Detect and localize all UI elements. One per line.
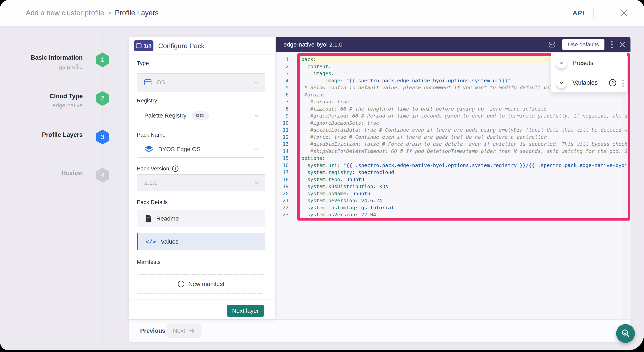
chevron-down-icon (559, 80, 564, 85)
step-number-badge[interactable]: 1 (96, 53, 109, 67)
wizard-footer: Previous Next (129, 320, 630, 342)
line-number: 16 (276, 162, 296, 169)
type-select[interactable]: OS (137, 73, 265, 92)
code-line[interactable]: 14 #skipWaitForDeleteTimeout: 60 # If po… (276, 148, 628, 155)
code-line[interactable]: 21 system.peVersion: v4.6.24 (276, 197, 628, 204)
window-icon (136, 43, 142, 48)
code-line[interactable]: 10 #ignoreDaemonSets: true (276, 120, 628, 127)
line-number: 10 (276, 120, 296, 127)
line-number: 3 (276, 70, 296, 77)
stepper-rail (102, 26, 103, 350)
line-number: 13 (276, 141, 296, 148)
type-label: Type (137, 60, 149, 67)
breadcrumb-parent-link[interactable]: Add a new cluster profile (26, 9, 104, 17)
use-defaults-button[interactable]: Use defaults (562, 39, 604, 50)
form-bottom-divider (129, 299, 275, 299)
code-line[interactable]: 11 #deleteLocalData: true # Continue eve… (276, 127, 628, 134)
next-button[interactable]: Next (167, 323, 201, 338)
pack-name-select[interactable]: BYOS Edge OS (137, 141, 265, 158)
chevron-down-icon (253, 79, 260, 86)
code-line[interactable]: 7 #cordon: true (276, 98, 628, 105)
previous-button[interactable]: Previous (140, 320, 165, 342)
variables-expand-button[interactable] (556, 77, 567, 88)
topbar-divider (593, 8, 594, 18)
code-line[interactable]: 23 system.osVersion: 22.04 (276, 211, 628, 218)
code-line[interactable]: 12 #force: true # Continue even if there… (276, 134, 628, 141)
code-line[interactable]: 19 system.k8sDistribution: k3s (276, 183, 628, 190)
info-icon[interactable] (172, 165, 179, 172)
code-icon: </> (146, 238, 156, 245)
presets-expand-button[interactable] (556, 58, 567, 68)
variables-menu-icon[interactable] (622, 79, 624, 88)
code-line[interactable]: 9 #gracePeriod: 60 # Period of time in s… (276, 112, 628, 120)
line-number: 17 (276, 169, 296, 176)
next-layer-button[interactable]: Next layer (227, 305, 264, 317)
manifests-label: Manifests (137, 259, 160, 265)
presets-section[interactable]: Presets (551, 53, 627, 73)
search-fab-button[interactable] (616, 324, 635, 343)
screenshot-stage: Add a new cluster profile > Profile Laye… (0, 0, 644, 352)
code-line[interactable]: 22 system.customTag: gs-tutorial (276, 204, 628, 211)
yaml-editor: edge-native-byoi 2.1.0 Use defaults 1pac… (276, 37, 630, 319)
compare-icon[interactable] (548, 40, 556, 49)
line-number: 11 (276, 127, 296, 134)
breadcrumb: Add a new cluster profile > Profile Laye… (26, 0, 158, 26)
line-number: 21 (276, 197, 296, 204)
registry-value: Palette Registry (144, 112, 186, 119)
step-number-badge[interactable]: 2 (96, 91, 109, 106)
chevron-down-icon (253, 179, 260, 186)
code-line[interactable]: 18 system.repo: ubuntu (276, 176, 628, 183)
line-number: 9 (276, 112, 296, 120)
configure-pack-header: 1/3 Configure Pack (129, 37, 275, 55)
oci-badge: OCI (192, 111, 209, 120)
chevron-down-icon (559, 61, 564, 66)
step-subtitle: edge-native (0, 102, 83, 109)
presets-label: Presets (572, 53, 593, 73)
step-number-badge[interactable]: 4 (96, 168, 109, 183)
chevron-down-icon (253, 146, 260, 153)
readme-tab-label: Readme (156, 215, 179, 222)
editor-close-icon[interactable] (619, 42, 625, 48)
registry-label: Registry (137, 98, 157, 104)
editor-menu-icon[interactable] (610, 40, 614, 49)
line-number: 6 (276, 91, 296, 98)
line-number: 14 (276, 148, 296, 155)
pack-version-select[interactable]: 2.1.0 (137, 174, 265, 191)
variables-label: Variables (572, 73, 598, 92)
step-number-badge[interactable]: 3 (96, 130, 109, 144)
line-number: 15 (276, 155, 296, 162)
editor-title: edge-native-byoi 2.1.0 (284, 41, 342, 48)
breadcrumb-separator: > (108, 10, 111, 16)
panel-divider (275, 37, 276, 319)
line-number: 22 (276, 204, 296, 211)
variables-section[interactable]: Variables ? (551, 73, 627, 92)
pack-version-label: Pack Version (137, 165, 179, 172)
registry-select[interactable]: Palette Registry OCI (137, 107, 265, 124)
code-line[interactable]: 8 #timeout: 60 # The length of time to w… (276, 105, 628, 113)
new-manifest-label: New manifest (188, 281, 224, 287)
pack-details-label: Pack Details (137, 199, 168, 205)
code-line[interactable]: 20 system.osName: ubuntu (276, 190, 628, 197)
code-line[interactable]: 16 system.uri: "{{ .spectro.pack.edge-na… (276, 162, 628, 169)
chevron-down-icon (253, 112, 260, 119)
code-line[interactable]: 13 #disableEviction: false # Force drain… (276, 141, 628, 148)
editor-body[interactable]: 1pack:2 content:3 images:4 - image: "{{.… (276, 52, 630, 319)
line-number: 8 (276, 105, 296, 113)
api-link[interactable]: API (572, 0, 584, 26)
line-number: 20 (276, 190, 296, 197)
close-icon[interactable] (620, 9, 628, 17)
line-number: 1 (276, 56, 296, 63)
line-number: 7 (276, 98, 296, 105)
pack-details-values-tab[interactable]: </> Values (137, 233, 265, 250)
next-button-label: Next (173, 327, 185, 334)
page-title: Profile Layers (115, 9, 158, 17)
arrow-right-icon (188, 327, 195, 334)
pack-name-value: BYOS Edge OS (158, 146, 200, 153)
new-manifest-button[interactable]: New manifest (137, 274, 265, 293)
pack-details-readme-tab[interactable]: Readme (137, 210, 265, 227)
pack-layers-icon (144, 145, 154, 153)
help-icon[interactable]: ? (609, 79, 616, 86)
code-line[interactable]: 15options: (276, 155, 628, 162)
step-subtitle: gs-profile (0, 64, 83, 70)
code-line[interactable]: 17 system.registry: spectrocloud (276, 169, 628, 176)
